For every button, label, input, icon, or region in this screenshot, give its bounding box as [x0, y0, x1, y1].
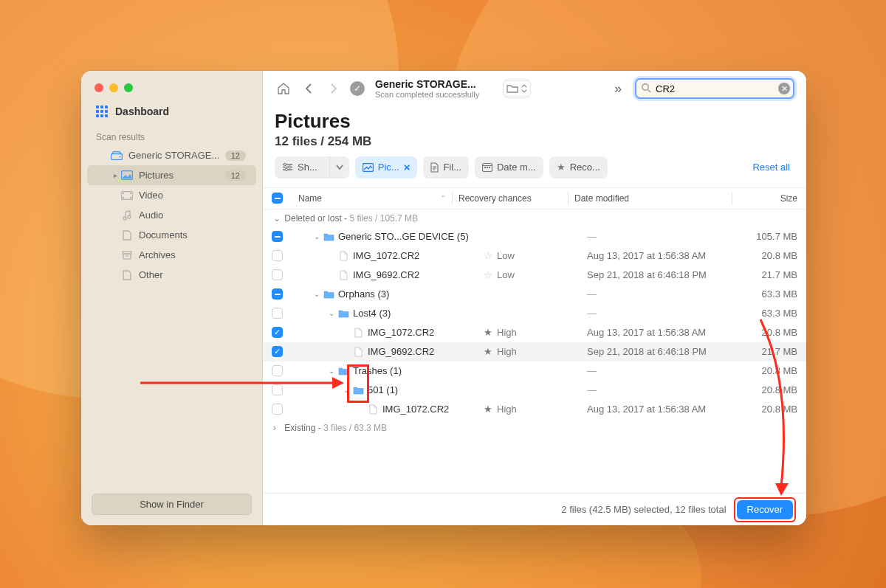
clear-filter-icon[interactable]: × [404, 161, 411, 173]
group-deleted[interactable]: ⌄ Deleted or lost - 5 files / 105.7 MB [263, 210, 806, 227]
row-checkbox[interactable] [272, 384, 283, 395]
file-name: IMG_1072.CR2 [353, 250, 484, 261]
filter-pictures[interactable]: Pic... × [355, 156, 418, 179]
scan-results-header: Scan results [81, 126, 262, 145]
tree-file-row[interactable]: IMG_1072.CR2★HighAug 13, 2017 at 1:56:38… [263, 400, 806, 419]
search-input[interactable] [635, 78, 794, 99]
forward-button[interactable] [325, 80, 343, 97]
folder-icon [337, 309, 350, 318]
file-size: 63.3 MB [738, 288, 797, 300]
folder-icon [322, 232, 335, 241]
tree-folder-row[interactable]: ⌄Orphans (3)—63.3 MB [263, 285, 806, 304]
select-all-checkbox[interactable] [272, 193, 283, 204]
row-checkbox[interactable]: ✓ [272, 346, 283, 357]
date-modified: Aug 13, 2017 at 1:56:38 AM [587, 250, 738, 261]
group-existing[interactable]: › Existing - 3 files / 63.3 MB [263, 419, 806, 437]
sidebar-item-pictures[interactable]: ▸ Pictures 12 [87, 165, 256, 185]
app-window: Dashboard Scan results Generic STORAGE..… [81, 71, 806, 525]
zoom-dot[interactable] [124, 83, 133, 92]
disclosure-icon[interactable]: ⌄ [341, 386, 351, 394]
star-icon: ★ [557, 162, 566, 173]
file-icon [366, 404, 380, 415]
show-in-finder-button[interactable]: Show in Finder [92, 494, 252, 515]
file-size: 20.8 MB [738, 404, 797, 415]
filter-file[interactable]: Fil... [423, 156, 469, 179]
date-modified: — [587, 365, 738, 376]
home-button[interactable] [275, 80, 292, 97]
filter-label: Fil... [443, 162, 461, 173]
sidebar-item-documents[interactable]: Documents [87, 225, 256, 245]
device-title: Generic STORAGE... [375, 78, 479, 90]
folder-icon [351, 386, 365, 395]
filter-date[interactable]: Date m... [475, 156, 543, 179]
tree-folder-row[interactable]: ⌄Trashes (1)—20.8 MB [263, 362, 806, 381]
back-button[interactable] [300, 80, 317, 97]
date-modified: Aug 13, 2017 at 1:56:38 AM [587, 327, 738, 338]
overflow-button[interactable]: » [608, 81, 628, 97]
row-checkbox[interactable] [272, 231, 283, 242]
tree-folder-row[interactable]: ⌄Generic STO...GE DEVICE (5)—105.7 MB [263, 227, 806, 246]
file-tree[interactable]: ⌄ Deleted or lost - 5 files / 105.7 MB ⌄… [263, 210, 806, 493]
column-header-size[interactable]: Size [738, 193, 797, 204]
column-header-date[interactable]: Date modified [574, 193, 726, 204]
dashboard-link[interactable]: Dashboard [81, 92, 262, 126]
column-header-chance[interactable]: Recovery chances [459, 193, 562, 204]
tree-file-row[interactable]: ✓IMG_1072.CR2★HighAug 13, 2017 at 1:56:3… [263, 323, 806, 342]
window-traffic-lights [81, 71, 262, 92]
sidebar-item-other[interactable]: Other [87, 265, 256, 285]
date-modified: — [587, 384, 738, 395]
toolbar-title: Generic STORAGE... Scan completed succes… [375, 78, 479, 100]
sidebar-item-audio[interactable]: Audio [87, 205, 256, 225]
tree-folder-row[interactable]: ⌄Lost4 (3)—63.3 MB [263, 304, 806, 323]
row-checkbox[interactable] [272, 269, 283, 280]
other-icon [121, 270, 133, 280]
disclosure-icon[interactable]: ⌄ [312, 232, 322, 241]
minimize-dot[interactable] [109, 83, 118, 92]
document-icon [430, 162, 439, 173]
file-size: 20.8 MB [738, 250, 797, 261]
file-size: 21.7 MB [738, 346, 797, 357]
reset-filters-button[interactable]: Reset all [752, 162, 790, 173]
star-icon: ★ [484, 346, 492, 357]
svg-point-16 [285, 169, 287, 171]
row-checkbox[interactable] [272, 308, 283, 319]
disclosure-icon[interactable]: ⌄ [312, 290, 322, 298]
tree-file-row[interactable]: ✓IMG_9692.CR2★HighSep 21, 2018 at 6:46:1… [263, 342, 806, 362]
disclosure-icon[interactable]: ⌄ [326, 309, 337, 317]
search-field[interactable]: ✕ [635, 78, 794, 99]
recover-button[interactable]: Recover [737, 500, 793, 519]
chevron-down-icon[interactable] [329, 156, 349, 179]
image-icon [363, 163, 374, 172]
date-modified: — [587, 231, 738, 242]
folder-picker-button[interactable] [503, 80, 531, 97]
sidebar-item-storage[interactable]: Generic STORAGE... 12 [87, 145, 256, 165]
sidebar-item-archives[interactable]: Archives [87, 245, 256, 265]
svg-point-15 [288, 166, 290, 168]
file-name: IMG_9692.CR2 [368, 346, 484, 357]
tree-file-row[interactable]: IMG_1072.CR2☆LowAug 13, 2017 at 1:56:38 … [263, 246, 806, 266]
file-size: 20.8 MB [738, 365, 797, 376]
column-header-name[interactable]: Name ⌃ [298, 193, 446, 204]
file-icon [337, 251, 350, 261]
row-checkbox[interactable] [272, 365, 283, 376]
folder-icon [322, 290, 335, 299]
toolbar: ✓ Generic STORAGE... Scan completed succ… [263, 71, 806, 104]
row-checkbox[interactable]: ✓ [272, 327, 283, 338]
filter-label: Date m... [497, 162, 536, 173]
filter-show[interactable]: Sh... [275, 156, 349, 179]
row-checkbox[interactable] [272, 288, 283, 300]
file-name: 501 (1) [368, 384, 484, 395]
recovery-chance: ★High [484, 346, 587, 357]
filter-label: Pic... [378, 162, 399, 173]
row-checkbox[interactable] [272, 404, 283, 415]
filter-recovery[interactable]: ★ Reco... [549, 156, 608, 179]
sidebar-item-video[interactable]: Video [87, 185, 256, 205]
svg-rect-6 [130, 193, 131, 194]
disclosure-icon[interactable]: ⌄ [326, 367, 337, 375]
star-icon: ★ [484, 327, 492, 338]
tree-file-row[interactable]: IMG_9692.CR2☆LowSep 21, 2018 at 6:46:18 … [263, 266, 806, 285]
svg-rect-20 [487, 167, 488, 168]
row-checkbox[interactable] [272, 250, 283, 261]
close-dot[interactable] [95, 83, 103, 92]
tree-folder-row[interactable]: ⌄501 (1)—20.8 MB [263, 381, 806, 400]
